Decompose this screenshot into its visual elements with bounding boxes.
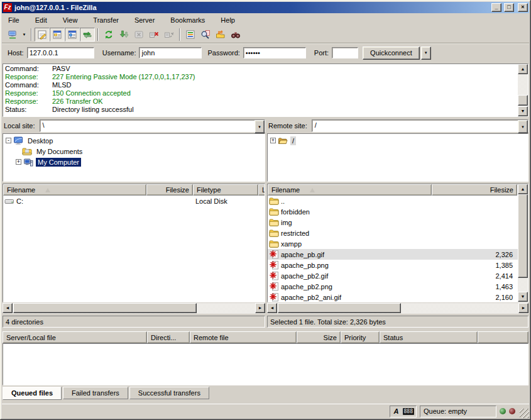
disconnect-button[interactable] — [146, 28, 161, 41]
synchronized-browsing-button[interactable] — [213, 28, 228, 41]
menu-item-server[interactable]: Server — [133, 16, 156, 25]
menu-item-view[interactable]: View — [62, 16, 79, 25]
process-queue-button[interactable] — [116, 28, 131, 41]
scroll-left-button[interactable]: ◄ — [267, 303, 277, 313]
quickconnect-dropdown[interactable]: ▼ — [421, 47, 431, 60]
menu-item-help[interactable]: Help — [219, 16, 236, 25]
remote-file-row-selected[interactable]: apache_pb.gif 2,326 — [268, 249, 518, 260]
log-scrollbar[interactable]: ▲ ▼ — [518, 64, 528, 116]
remote-file-row[interactable]: apache_pb.png 1,385 — [268, 260, 518, 270]
message-log-icon — [37, 30, 47, 40]
filter-icon — [185, 30, 195, 40]
site-manager-button[interactable] — [5, 28, 20, 41]
scroll-down-button[interactable]: ▼ — [518, 106, 528, 116]
log-line: Response:150 Connection accepted — [3, 89, 528, 97]
username-input[interactable] — [139, 47, 202, 58]
remote-file-row[interactable]: .. — [268, 196, 518, 206]
scroll-up-button[interactable]: ▲ — [518, 184, 528, 194]
scrollbar-thumb[interactable] — [518, 95, 528, 106]
local-hscrollbar[interactable]: ◄ ► — [3, 303, 265, 314]
quickconnect-button[interactable]: Quickconnect — [363, 47, 420, 60]
my-computer-icon — [23, 157, 33, 167]
tab-successful-transfers[interactable]: Successful transfers — [129, 387, 209, 399]
remote-file-row[interactable]: apache_pb2.gif 2,414 — [268, 270, 518, 281]
collapse-expander-icon[interactable]: - — [6, 138, 11, 143]
scroll-right-button[interactable]: ► — [518, 303, 528, 313]
remote-file-row[interactable]: img — [268, 217, 518, 228]
toggle-queue-button[interactable] — [80, 28, 95, 41]
tree-item-desktop[interactable]: - Desktop — [3, 135, 265, 146]
queue-column-size[interactable]: Size — [297, 331, 341, 343]
column-header-filename[interactable]: Filename — [268, 184, 432, 196]
combo-dropdown-button[interactable]: ▼ — [255, 120, 265, 133]
host-input[interactable] — [27, 47, 94, 58]
column-header-filesize[interactable]: Filesize — [146, 184, 193, 196]
ascii-datatype-icon[interactable]: A — [392, 407, 401, 415]
remote-hscrollbar[interactable]: ◄ ► — [267, 303, 528, 314]
scroll-up-button[interactable]: ▲ — [518, 64, 528, 74]
log-line: Command:MLSD — [3, 81, 528, 89]
column-header-lastmodified[interactable]: L — [258, 184, 265, 196]
menu-item-file[interactable]: File — [7, 16, 21, 25]
site-manager-dropdown[interactable]: ▼ — [20, 28, 28, 41]
menu-item-edit[interactable]: Edit — [34, 16, 48, 25]
scroll-down-button[interactable]: ▼ — [518, 292, 528, 302]
log-line: Status:Directory listing successful — [3, 106, 528, 114]
speed-limits-icon[interactable]: 888 — [403, 408, 414, 415]
expand-expander-icon[interactable]: + — [16, 159, 21, 165]
menu-bar: File Edit View Transfer Server Bookmarks… — [2, 14, 529, 26]
resize-grip[interactable] — [520, 409, 529, 418]
directory-comparison-button[interactable] — [198, 28, 213, 41]
toggle-local-tree-button[interactable] — [50, 28, 65, 41]
queue-column-server-local-file[interactable]: Server/Local file — [3, 331, 147, 343]
find-files-button[interactable] — [228, 28, 243, 41]
queue-column-status[interactable]: Status — [380, 331, 478, 343]
toolbar: ▼ — [2, 26, 529, 42]
remote-vscrollbar[interactable]: ▲ ▼ — [518, 184, 528, 302]
maximize-button[interactable]: □ — [504, 3, 514, 12]
remote-file-row[interactable]: apache_pb2_ani.gif 2,160 — [268, 292, 518, 302]
toggle-message-log-button[interactable] — [35, 28, 50, 41]
minimize-button[interactable]: _ — [491, 3, 501, 12]
column-header-filename[interactable]: Filename — [3, 184, 146, 196]
queue-column-direction[interactable]: Directi... — [147, 331, 190, 343]
combo-dropdown-button[interactable]: ▼ — [518, 120, 528, 133]
menu-item-bookmarks[interactable]: Bookmarks — [169, 16, 206, 25]
remote-site-combo[interactable]: / ▼ — [312, 119, 528, 132]
column-header-filesize[interactable]: Filesize — [432, 184, 517, 196]
tree-item-root[interactable]: + / — [268, 135, 528, 146]
toggle-remote-tree-button[interactable] — [65, 28, 80, 41]
scrollbar-thumb[interactable] — [13, 303, 197, 313]
compare-icon — [200, 30, 211, 40]
reconnect-button[interactable] — [161, 28, 177, 41]
tab-failed-transfers[interactable]: Failed transfers — [63, 387, 128, 399]
password-input[interactable] — [243, 47, 306, 58]
tree-item-my-documents[interactable]: My Documents — [3, 146, 265, 157]
remote-file-row[interactable]: forbidden — [268, 206, 518, 217]
refresh-button[interactable] — [101, 28, 116, 41]
tab-queued-files[interactable]: Queued files — [3, 387, 62, 400]
cancel-button[interactable] — [131, 28, 146, 41]
tree-item-my-computer[interactable]: + My Computer — [3, 157, 265, 167]
port-input[interactable] — [332, 47, 358, 58]
remote-file-row[interactable]: restricted — [268, 228, 518, 238]
local-file-row[interactable]: C: Local Disk — [3, 196, 265, 206]
app-window: Fz john@127.0.0.1 - FileZilla _ □ × File… — [0, 0, 531, 420]
remote-file-row[interactable]: apache_pb2.png 1,463 — [268, 281, 518, 292]
menu-item-transfer[interactable]: Transfer — [92, 16, 120, 25]
scroll-left-button[interactable]: ◄ — [3, 303, 13, 313]
column-header-filetype[interactable]: Filetype — [193, 184, 258, 196]
scroll-right-button[interactable]: ► — [255, 303, 265, 313]
close-button[interactable]: × — [518, 3, 528, 12]
queue-column-remote-file[interactable]: Remote file — [190, 331, 297, 343]
scrollbar-thumb[interactable] — [278, 303, 401, 313]
expand-expander-icon[interactable]: + — [270, 138, 276, 143]
directory-filters-button[interactable] — [183, 28, 198, 41]
scrollbar-thumb[interactable] — [518, 194, 528, 278]
queue-column-priority[interactable]: Priority — [341, 331, 380, 343]
log-line: Response:226 Transfer OK — [3, 97, 528, 106]
local-site-combo[interactable]: \ ▼ — [40, 119, 265, 132]
remote-file-row[interactable]: xampp — [268, 238, 518, 249]
toolbar-separator — [97, 28, 99, 41]
folder-icon — [269, 239, 279, 249]
